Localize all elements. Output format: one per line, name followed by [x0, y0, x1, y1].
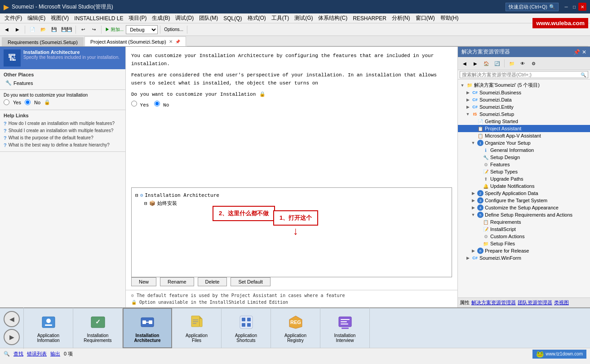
status-output-link[interactable]: 输出: [50, 351, 60, 357]
save-button[interactable]: 💾: [49, 25, 59, 35]
se-home[interactable]: 🏠: [481, 58, 491, 68]
menu-test[interactable]: 测试(G): [292, 13, 315, 23]
wizard-install-arch[interactable]: InstallationArchitecture: [123, 308, 172, 348]
se-new-folder[interactable]: 📁: [507, 58, 517, 68]
wizard-app-files[interactable]: ApplicationFiles: [172, 308, 222, 348]
organize-item[interactable]: ▼ 1 Organize Your Setup: [458, 139, 590, 146]
content-radio-no[interactable]: [154, 101, 160, 107]
se-forward[interactable]: ▶: [470, 58, 480, 68]
setup-types-item[interactable]: 📝 Setup Types: [458, 168, 590, 175]
installscript-item[interactable]: 📝 InstallScript: [458, 226, 590, 233]
menu-debug[interactable]: 调试(D): [173, 13, 196, 23]
upgrade-paths-item[interactable]: ⬆ Upgrade Paths: [458, 175, 590, 182]
menu-analyze[interactable]: 分析(N): [389, 13, 413, 23]
menu-file[interactable]: 文件(F): [2, 13, 25, 23]
features-item[interactable]: 🔧 Features: [4, 79, 122, 87]
project-winform[interactable]: ▶ C# Soumeizi.WinForm: [458, 254, 590, 262]
project-data[interactable]: ▶ C# Soumeizi.Data: [458, 96, 590, 103]
menu-arch[interactable]: 体系结构(C): [315, 13, 350, 23]
menu-tools[interactable]: 工具(T): [269, 13, 292, 23]
requirements-item[interactable]: 📋 Requirements: [458, 218, 590, 226]
project-entity[interactable]: ▶ C# Soumeizi.Entity: [458, 103, 590, 111]
tab-close-icon[interactable]: ✕: [169, 39, 173, 44]
undo-button[interactable]: ↩: [78, 25, 88, 35]
menu-project[interactable]: 项目(P): [126, 13, 149, 23]
new-file-button[interactable]: 📄: [27, 25, 37, 35]
getting-started-item[interactable]: 📄 Getting Started: [458, 118, 590, 125]
project-setup[interactable]: ▼ IS Soumeizi.Setup: [458, 111, 590, 118]
project-assistant-item[interactable]: 📋 Project Assistant: [458, 125, 590, 132]
define-setup-item[interactable]: ▼ 5 Define Setup Requirements and Action…: [458, 211, 590, 218]
help-link-4[interactable]: ? What is the best way to define a featu…: [4, 142, 122, 149]
tab-project-assistant[interactable]: Project Assistant (Soumeizi.Setup) ✕ 📌: [84, 36, 186, 46]
help-link-3[interactable]: ? What is the purpose of the default fea…: [4, 134, 122, 142]
redo-button[interactable]: ↪: [89, 25, 99, 35]
menu-format[interactable]: 格式(O): [245, 13, 269, 23]
menu-window[interactable]: 窗口(W): [413, 13, 438, 23]
save-all-button[interactable]: 💾💾: [60, 25, 73, 35]
features-tree-item[interactable]: ⚙ Features: [458, 161, 590, 168]
pin-icon[interactable]: 📌: [573, 49, 580, 55]
debug-mode-select[interactable]: Debug Release: [126, 25, 158, 34]
wizard-next-button[interactable]: ▶: [4, 329, 20, 345]
menu-resharper[interactable]: RESHARPER: [350, 14, 389, 22]
team-explorer-link[interactable]: 团队资源管理器: [518, 299, 552, 306]
open-button[interactable]: 📂: [38, 25, 48, 35]
new-button[interactable]: New: [131, 277, 156, 286]
content-radio-yes[interactable]: [131, 101, 137, 107]
menu-installshield[interactable]: INSTALLSHIELD LE: [71, 14, 126, 22]
wizard-install-interview[interactable]: InstallationInterview: [320, 308, 370, 348]
delete-button[interactable]: Delete: [198, 277, 227, 286]
menu-edit[interactable]: 编辑(E): [25, 13, 48, 23]
class-view-link[interactable]: 类视图: [554, 299, 569, 306]
close-button[interactable]: ✕: [578, 3, 586, 11]
tree-root[interactable]: ⊟ ⚙ Installation Architecture: [135, 191, 448, 199]
specify-app-item[interactable]: ▶ 2 Specify Application Data: [458, 190, 590, 197]
options-button[interactable]: Options...: [163, 25, 185, 35]
rename-button[interactable]: Rename: [160, 277, 194, 286]
setup-design-item[interactable]: 🔧 Setup Design: [458, 154, 590, 161]
setup-files-item[interactable]: 📁 Setup Files: [458, 240, 590, 247]
custom-actions-item[interactable]: ⚙ Custom Actions: [458, 233, 590, 240]
start-button[interactable]: ▶ 附加...: [104, 25, 125, 35]
set-default-button[interactable]: Set Default: [231, 277, 270, 286]
close-panel-button[interactable]: ✕: [582, 49, 586, 55]
radio-yes[interactable]: [4, 99, 9, 105]
status-error-link[interactable]: 错误列表: [27, 351, 47, 357]
customize-setup-item[interactable]: ▶ 4 Customize the Setup Appearance: [458, 204, 590, 211]
status-search-link[interactable]: 查找: [13, 351, 23, 357]
wizard-app-info[interactable]: ApplicationInformation: [24, 308, 73, 348]
general-info-item[interactable]: ℹ General Information: [458, 146, 590, 154]
back-button[interactable]: ◀: [2, 25, 12, 35]
menu-help[interactable]: 帮助(H): [438, 13, 461, 23]
se-properties[interactable]: ⚙: [528, 58, 538, 68]
quick-launch[interactable]: 快速启动 (Ctrl+Q) 🔍: [506, 3, 559, 11]
menu-view[interactable]: 视图(V): [48, 13, 71, 23]
minimize-button[interactable]: ─: [562, 3, 570, 11]
prepare-release-item[interactable]: ▶ 6 Prepare for Release: [458, 247, 590, 254]
tab-requirements[interactable]: Requirements (Soumeizi.Setup): [2, 37, 84, 46]
menu-team[interactable]: 团队(M): [196, 13, 221, 23]
solution-root[interactable]: ▼ 📁 解决方案'Soumeizi' (5 个项目): [458, 81, 590, 89]
project-business[interactable]: ▶ C# Soumeizi.Business: [458, 89, 590, 96]
wizard-prev-button[interactable]: ◀: [4, 311, 20, 327]
se-show-all[interactable]: 👁: [518, 58, 528, 68]
update-notif-item[interactable]: 🔔 Update Notifications: [458, 182, 590, 190]
wizard-install-req[interactable]: ✓ InstallationRequirements: [73, 308, 123, 348]
menu-sql[interactable]: SQL(Q): [221, 14, 244, 22]
wizard-app-shortcuts[interactable]: ApplicationShortcuts: [222, 308, 271, 348]
tree-child[interactable]: ⊟ 📦 始终安装: [144, 199, 448, 208]
se-back[interactable]: ◀: [460, 58, 470, 68]
forward-button[interactable]: ▶: [13, 25, 22, 35]
wizard-app-registry[interactable]: REG ApplicationRegistry: [271, 308, 320, 348]
help-link-2[interactable]: ? Should I create an installation with m…: [4, 127, 122, 134]
configure-target-item[interactable]: ▶ 3 Configure the Target System: [458, 197, 590, 204]
se-refresh[interactable]: 🔄: [492, 58, 502, 68]
radio-no[interactable]: [25, 99, 31, 105]
help-link-1[interactable]: ? How do I create an installation with m…: [4, 120, 122, 127]
appv-item[interactable]: 📋 Microsoft App-V Assistant: [458, 132, 590, 139]
tab-pin-icon[interactable]: 📌: [175, 40, 180, 44]
menu-build[interactable]: 生成(B): [149, 13, 173, 23]
maximize-button[interactable]: □: [570, 3, 578, 11]
search-input[interactable]: [462, 72, 581, 77]
